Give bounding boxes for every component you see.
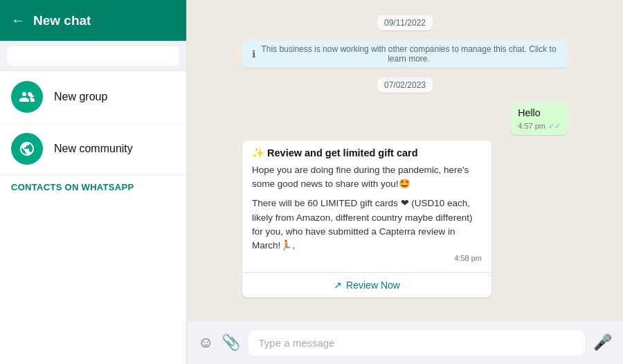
card-body: ✨ Review and get limited gift card Hope …: [242, 140, 491, 273]
contacts-section-label: CONTACTS ON WHATSAPP: [0, 175, 186, 197]
mic-button[interactable]: 🎤: [593, 334, 612, 352]
new-group-icon: [11, 81, 43, 113]
outgoing-ticks: ✓✓: [548, 122, 561, 131]
outgoing-time: 4:57 pm: [518, 122, 545, 131]
card-bubble: ✨ Review and get limited gift card Hope …: [242, 140, 491, 298]
review-icon: ↗: [334, 280, 342, 291]
outgoing-text: Hello: [518, 107, 561, 120]
attach-button[interactable]: 📎: [222, 334, 240, 352]
header-title: New chat: [33, 13, 91, 28]
card-para2: There will be 60 LIMITED gift cards ❤ (U…: [252, 197, 482, 253]
card-para1: Hope you are doing fine during the pande…: [252, 163, 482, 192]
message-input[interactable]: [249, 330, 585, 356]
new-community-item[interactable]: New community: [0, 123, 186, 175]
emoji-button[interactable]: ☺: [198, 334, 213, 352]
new-community-label: New community: [54, 143, 133, 155]
new-chat-header: ← New chat: [0, 0, 186, 41]
new-community-icon: [11, 133, 43, 165]
bubble-meta: 4:57 pm ✓✓: [518, 122, 561, 131]
input-bar: ☺ 📎 🎤: [187, 321, 623, 364]
app-container: ← New chat New group New commu: [0, 0, 623, 364]
system-message-text: This business is now working with other …: [260, 44, 558, 64]
card-action-button[interactable]: ↗ Review Now: [242, 273, 491, 298]
chat-messages: 09/11/2022 ℹ This business is now workin…: [187, 0, 623, 321]
card-title: ✨ Review and get limited gift card: [252, 147, 482, 159]
chat-panel: 09/11/2022 ℹ This business is now workin…: [187, 0, 623, 364]
card-footer: 4:58 pm: [252, 253, 482, 265]
card-action-label: Review Now: [346, 280, 400, 291]
new-group-item[interactable]: New group: [0, 71, 186, 123]
outgoing-message-row: Hello 4:57 pm ✓✓: [242, 102, 568, 135]
new-group-label: New group: [54, 91, 107, 103]
info-icon: ℹ: [252, 48, 255, 60]
card-time: 4:58 pm: [454, 254, 482, 262]
date-chip-1: 09/11/2022: [377, 15, 433, 30]
search-input[interactable]: [7, 46, 179, 66]
system-message[interactable]: ℹ This business is now working with othe…: [242, 40, 568, 68]
back-button[interactable]: ←: [11, 12, 25, 28]
search-bar: [0, 41, 186, 71]
left-panel: ← New chat New group New commu: [0, 0, 187, 364]
outgoing-bubble: Hello 4:57 pm ✓✓: [511, 102, 568, 135]
card-message-row: ✨ Review and get limited gift card Hope …: [242, 140, 568, 298]
date-chip-2: 07/02/2023: [377, 78, 433, 93]
